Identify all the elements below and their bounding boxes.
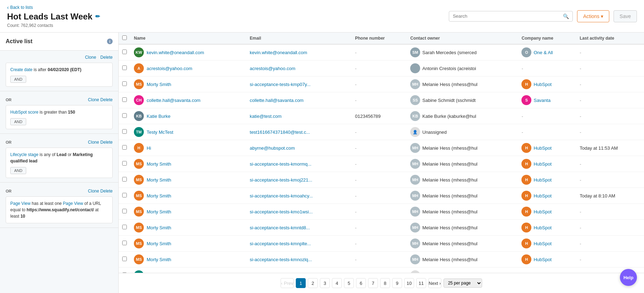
or-row-4: OR Clone Delete [6, 188, 113, 194]
contact-email[interactable]: collette.hall@savanta.com [250, 98, 304, 103]
company-name[interactable]: HubSpot [533, 145, 552, 151]
row-checkbox[interactable] [122, 241, 127, 245]
row-checkbox-cell [119, 236, 130, 252]
clone-filter-4[interactable]: Clone [88, 189, 99, 194]
help-button[interactable]: Help [620, 269, 637, 286]
back-link[interactable]: Back to lists [7, 5, 100, 10]
company-name[interactable]: HubSpot [533, 82, 552, 87]
contact-email[interactable]: si-acceptance-tests-kmoahcy... [250, 193, 313, 199]
contact-email[interactable]: si-acceptance-tests-kmntd8... [250, 225, 310, 230]
page-7-button[interactable]: 7 [368, 278, 378, 288]
delete-filter-2[interactable]: Delete [100, 97, 113, 102]
company-name[interactable]: HubSpot [533, 241, 552, 246]
name-cell: MS Morty Smith [130, 252, 246, 268]
page-8-button[interactable]: 8 [380, 278, 390, 288]
row-checkbox[interactable] [122, 209, 127, 213]
row-checkbox[interactable] [122, 145, 127, 150]
row-checkbox[interactable] [122, 97, 127, 102]
page-6-button[interactable]: 6 [356, 278, 366, 288]
contact-phone: 0123456789 [355, 114, 380, 119]
row-checkbox[interactable] [122, 50, 127, 54]
row-checkbox[interactable] [122, 113, 127, 118]
contact-name[interactable]: Testy McTest [147, 130, 173, 135]
contact-name[interactable]: kevin.white@oneandall.com [147, 50, 204, 55]
delete-filter-1[interactable]: Delete [100, 55, 113, 60]
owner-cell: MH Melanie Hess (mhess@hul [407, 220, 518, 236]
clone-filter-3[interactable]: Clone [88, 140, 99, 145]
page-11-button[interactable]: 11 [416, 278, 426, 288]
company-name[interactable]: HubSpot [533, 161, 552, 167]
clone-filter-1[interactable]: Clone [85, 55, 96, 60]
contact-name[interactable]: Morty Smith [147, 82, 171, 87]
contact-email[interactable]: si-acceptance-tests-kmoj221... [250, 177, 312, 183]
filter-2-and-button[interactable]: AND [10, 118, 26, 125]
page-2-button[interactable]: 2 [308, 278, 318, 288]
contact-name[interactable]: Morty Smith [147, 193, 171, 199]
contact-name[interactable]: Hi [147, 145, 151, 151]
contact-email[interactable]: si-acceptance-tests-kmormq... [250, 161, 311, 167]
contact-name[interactable]: Morty Smith [147, 257, 171, 262]
next-button[interactable]: Next › [428, 278, 441, 288]
contact-email[interactable]: kevin.white@oneandall.com [250, 50, 307, 55]
company-name[interactable]: HubSpot [533, 209, 552, 214]
search-input[interactable] [453, 13, 563, 19]
contact-email[interactable]: abyrne@hubspot.com [250, 145, 295, 151]
page-10-button[interactable]: 10 [404, 278, 414, 288]
owner-avatar: MH [410, 159, 420, 169]
row-checkbox[interactable] [122, 81, 127, 86]
company-name[interactable]: One & All [533, 50, 553, 55]
clone-filter-2[interactable]: Clone [88, 97, 99, 102]
filter-card-4: Page View has at least one Page View of … [6, 196, 113, 223]
activity-cell: - [576, 76, 644, 92]
page-3-button[interactable]: 3 [320, 278, 330, 288]
page-9-button[interactable]: 9 [392, 278, 402, 288]
company-name[interactable]: HubSpot [533, 257, 552, 262]
page-1-button[interactable]: 1 [296, 278, 306, 288]
contact-name[interactable]: Morty Smith [147, 241, 171, 246]
delete-filter-3[interactable]: Delete [100, 140, 113, 145]
company-name[interactable]: HubSpot [533, 177, 552, 183]
save-button[interactable]: Save [614, 10, 637, 22]
contact-name[interactable]: Morty Smith [147, 177, 171, 183]
page-4-button[interactable]: 4 [332, 278, 342, 288]
last-activity: - [580, 177, 581, 183]
company-name[interactable]: HubSpot [533, 193, 552, 199]
contact-name[interactable]: Morty Smith [147, 225, 171, 230]
contact-name[interactable]: collette.hall@savanta.com [147, 98, 200, 103]
info-icon[interactable]: i [107, 39, 113, 44]
row-checkbox[interactable] [122, 193, 127, 197]
row-checkbox[interactable] [122, 225, 127, 229]
email-cell: si-acceptance-tests-kmoahcy... [246, 188, 351, 204]
contact-email[interactable]: si-acceptance-tests-kmnplte... [250, 241, 311, 246]
row-checkbox[interactable] [122, 257, 127, 261]
company-name[interactable]: Savanta [533, 98, 550, 103]
actions-button[interactable]: Actions ▾ [577, 10, 609, 22]
select-all-checkbox[interactable] [122, 35, 127, 40]
contact-email[interactable]: katie@test.com [250, 114, 282, 119]
row-checkbox[interactable] [122, 129, 127, 134]
company-name[interactable]: HubSpot [533, 225, 552, 230]
contact-name[interactable]: Katie Burke [147, 114, 170, 119]
per-page-select[interactable]: 25 per page 50 per page 100 per page [444, 278, 482, 288]
page-5-button[interactable]: 5 [344, 278, 354, 288]
search-box[interactable]: 🔍 [449, 11, 573, 22]
contact-name[interactable]: acrestois@yahoo.com [147, 66, 192, 71]
filter-3-actions: Clone Delete [88, 139, 113, 145]
contact-email[interactable]: si-acceptance-tests-kmp07y... [250, 82, 311, 87]
delete-filter-4[interactable]: Delete [100, 189, 113, 194]
row-checkbox[interactable] [122, 177, 127, 182]
contact-name[interactable]: Morty Smith [147, 161, 171, 167]
prev-button[interactable]: ‹ Prev [281, 278, 294, 288]
edit-icon[interactable]: ✏ [95, 13, 100, 20]
row-checkbox[interactable] [122, 161, 127, 166]
contact-email[interactable]: test1616674371840@test.c... [250, 130, 310, 135]
contact-email[interactable]: si-acceptance-tests-kmnozlq... [250, 257, 312, 262]
contact-avatar: A [134, 63, 144, 73]
filter-1-and-button[interactable]: AND [10, 76, 26, 83]
contact-name[interactable]: Morty Smith [147, 209, 171, 214]
owner-avatar: MH [410, 143, 420, 153]
row-checkbox[interactable] [122, 65, 127, 70]
filter-3-and-button[interactable]: AND [10, 167, 26, 174]
contact-email[interactable]: acrestois@yahoo.com [250, 66, 295, 71]
contact-email[interactable]: si-acceptance-tests-kmo1wsi... [250, 209, 313, 214]
